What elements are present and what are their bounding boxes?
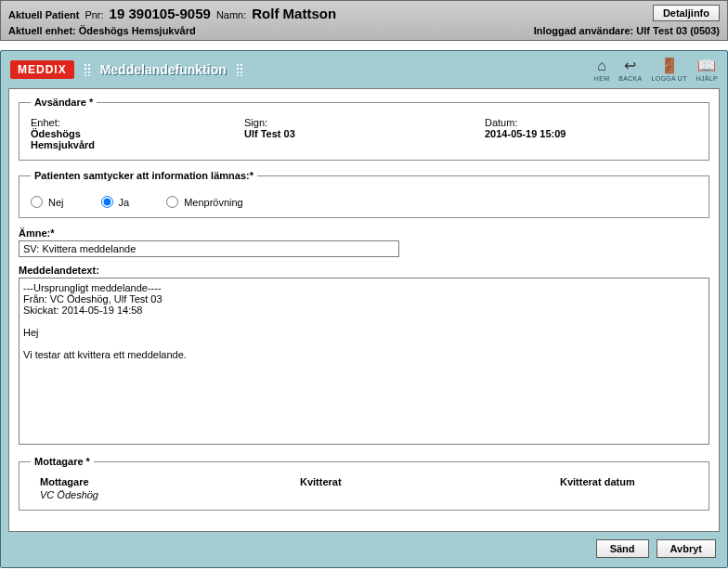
consent-radio-men[interactable] [166, 196, 178, 208]
sender-unit-value: Ödeshögs Hemsjukvård [31, 128, 142, 150]
action-bar: Sänd Avbryt [1, 539, 716, 558]
detail-info-button[interactable]: Detaljinfo [653, 5, 720, 21]
consent-radio-no[interactable] [31, 196, 43, 208]
home-icon: ⌂ [597, 58, 606, 73]
current-unit-line: Aktuell enhet: Ödeshögs Hemsjukvård [8, 25, 196, 36]
app-logo: MEDDIX [10, 60, 74, 79]
subject-label: Ämne:* [19, 227, 709, 239]
recipients-legend: Mottagare * [31, 456, 94, 467]
patient-label: Aktuell Patient [8, 9, 79, 20]
consent-no-label: Nej [48, 197, 64, 208]
pnr-value: 19 390105-9059 [110, 6, 211, 21]
consent-option-men[interactable]: Menprövning [166, 196, 243, 208]
consent-option-no[interactable]: Nej [31, 196, 64, 208]
app-title: Meddelandefunktion [100, 62, 227, 77]
recipients-fieldset: Mottagare * Mottagare Kvitterat Kvittera… [19, 456, 709, 511]
titlebar-grip-icon [236, 63, 243, 76]
nav-logout-label: LOGGA UT [652, 75, 687, 82]
logged-in-user-line: Inloggad användare: Ulf Test 03 (0503) [534, 25, 720, 36]
cancel-button[interactable]: Avbryt [656, 539, 716, 558]
recipients-col-ack: Kvitterat [300, 476, 560, 487]
consent-men-label: Menprövning [184, 197, 243, 208]
recipients-col-ackdate: Kvitterat datum [560, 476, 688, 487]
consent-yes-label: Ja [119, 197, 130, 208]
consent-radio-yes[interactable] [101, 196, 113, 208]
sender-sign-label: Sign: [244, 117, 457, 128]
nav-back[interactable]: ↩ BACKA [618, 58, 642, 82]
recipient-name: VC Ödeshög [40, 489, 300, 500]
nav-help[interactable]: 📖 HJÄLP [696, 58, 718, 82]
name-value: Rolf Mattson [252, 6, 336, 21]
recipients-header-row: Mottagare Kvitterat Kvitterat datum [31, 476, 697, 487]
nav-home-label: HEM [594, 75, 609, 82]
app-titlebar: MEDDIX Meddelandefunktion ⌂ HEM ↩ BACKA … [1, 51, 727, 88]
sender-date-value: 2014-05-19 15:09 [485, 128, 697, 139]
consent-fieldset: Patienten samtycker att information lämn… [19, 170, 709, 218]
sender-unit-label: Enhet: [31, 117, 216, 128]
sender-fieldset: Avsändare * Enhet: Ödeshögs Hemsjukvård … [19, 97, 709, 161]
content-area: Avsändare * Enhet: Ödeshögs Hemsjukvård … [8, 88, 720, 532]
app-window: MEDDIX Meddelandefunktion ⌂ HEM ↩ BACKA … [0, 50, 728, 568]
consent-option-yes[interactable]: Ja [101, 196, 130, 208]
sender-legend: Avsändare * [31, 97, 97, 108]
message-label: Meddelandetext: [19, 265, 709, 276]
pnr-label: Pnr: [84, 9, 103, 20]
name-label: Namn: [216, 9, 246, 20]
sender-date-label: Datum: [485, 117, 697, 128]
help-book-icon: 📖 [697, 58, 716, 73]
back-arrow-icon: ↩ [624, 58, 636, 73]
nav-back-label: BACKA [618, 75, 642, 82]
patient-header: Aktuell Patient Pnr: 19 390105-9059 Namn… [0, 0, 728, 41]
titlebar-grip-icon [84, 63, 91, 76]
sender-sign-value: Ulf Test 03 [244, 128, 457, 139]
send-button[interactable]: Sänd [596, 539, 649, 558]
consent-legend: Patienten samtycker att information lämn… [31, 170, 257, 181]
door-icon: 🚪 [660, 58, 679, 73]
message-textarea[interactable] [19, 278, 709, 445]
nav-help-label: HJÄLP [696, 75, 718, 82]
recipients-col-name: Mottagare [40, 476, 300, 487]
subject-input[interactable] [19, 240, 399, 257]
nav-home[interactable]: ⌂ HEM [594, 58, 609, 82]
nav-logout[interactable]: 🚪 LOGGA UT [652, 58, 687, 82]
recipient-row: VC Ödeshög [31, 487, 697, 500]
